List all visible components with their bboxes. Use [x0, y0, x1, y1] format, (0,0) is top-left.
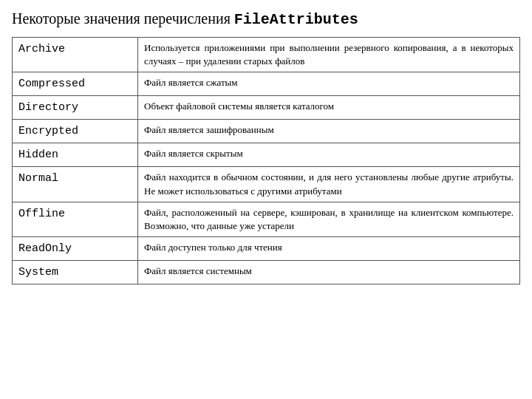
- attr-name-cell: Hidden: [13, 143, 138, 167]
- table-row: DirectoryОбъект файловой системы являетс…: [13, 96, 520, 120]
- table-row: SystemФайл является системным: [13, 261, 520, 284]
- attr-name-cell: Directory: [13, 96, 138, 120]
- attr-desc-cell: Файл является скрытым: [138, 143, 520, 167]
- page-title: Некоторые значения перечисления FileAttr…: [12, 9, 520, 30]
- table-row: OfflineФайл, расположенный на сервере, к…: [13, 202, 520, 236]
- attr-desc-cell: Файл, расположенный на сервере, кэширова…: [138, 202, 520, 236]
- attr-desc-cell: Файл является сжатым: [138, 72, 520, 96]
- title-prefix: Некоторые значения перечисления: [12, 10, 234, 27]
- attr-desc-cell: Файл доступен только для чтения: [138, 237, 520, 261]
- attr-name-cell: Compressed: [13, 72, 138, 96]
- attr-desc-cell: Файл является системным: [138, 261, 520, 284]
- attr-name-cell: ReadOnly: [13, 237, 138, 261]
- attributes-table: ArchiveИспользуется приложениями при вып…: [12, 37, 520, 284]
- attr-name-cell: Archive: [13, 38, 138, 72]
- table-row: ReadOnlyФайл доступен только для чтения: [13, 237, 520, 261]
- attr-name-cell: Offline: [13, 202, 138, 236]
- attr-desc-cell: Файл является зашифрованным: [138, 120, 520, 143]
- table-row: NormalФайл находится в обычном состоянии…: [13, 167, 520, 202]
- table-row: HiddenФайл является скрытым: [13, 143, 520, 167]
- attr-desc-cell: Файл находится в обычном состоянии, и дл…: [138, 167, 520, 202]
- attr-name-cell: Normal: [13, 167, 138, 202]
- attr-desc-cell: Объект файловой системы является каталог…: [138, 96, 520, 120]
- attr-desc-cell: Используется приложениями при выполнении…: [138, 38, 520, 72]
- title-code: FileAttributes: [234, 11, 358, 28]
- table-row: CompressedФайл является сжатым: [13, 72, 520, 96]
- table-row: ArchiveИспользуется приложениями при вып…: [13, 38, 520, 72]
- attr-name-cell: System: [13, 261, 138, 284]
- table-row: EncryptedФайл является зашифрованным: [13, 120, 520, 143]
- attr-name-cell: Encrypted: [13, 120, 138, 143]
